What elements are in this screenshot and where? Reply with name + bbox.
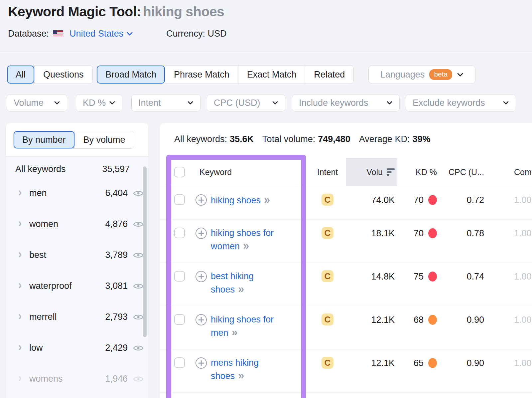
- keyword-link[interactable]: best hiking shoes: [211, 271, 254, 295]
- group-label: women: [29, 219, 82, 229]
- group-item-best[interactable]: › best 3,789: [6, 240, 148, 271]
- kd-filter-label: KD %: [83, 98, 106, 108]
- chevron-right-icon[interactable]: ›: [18, 220, 22, 227]
- eye-icon[interactable]: [133, 190, 144, 197]
- keyword-link[interactable]: mens hiking shoes: [211, 358, 259, 381]
- table-body: hiking shoes» C 74.0K 70 0.72 1.00 hikin…: [160, 186, 532, 398]
- chevron-right-icon[interactable]: ›: [18, 313, 22, 319]
- tab-all[interactable]: All: [7, 66, 34, 84]
- eye-icon[interactable]: [133, 221, 144, 228]
- open-keyword-icon[interactable]: »: [264, 193, 270, 206]
- table-row: hiking shoes for men» C 12.1K 68 0.90 1.…: [160, 306, 532, 349]
- row-checkbox[interactable]: [174, 357, 185, 368]
- exclude-keywords-label: Exclude keywords: [413, 98, 485, 108]
- chevron-right-icon[interactable]: ›: [18, 375, 22, 381]
- volume-value: 74.0K: [346, 186, 397, 219]
- chevron-down-icon: [503, 101, 509, 105]
- add-to-list-icon[interactable]: [196, 314, 207, 325]
- competition-value: 1.00: [486, 349, 532, 392]
- eye-icon[interactable]: [133, 313, 144, 321]
- database-selector[interactable]: United States: [53, 29, 133, 39]
- table-row: hiking shoes for women» C 18.1K 70 0.78 …: [160, 220, 532, 263]
- kd-filter-dropdown[interactable]: KD %: [76, 94, 122, 111]
- row-checkbox[interactable]: [174, 314, 185, 325]
- tab-phrase-match[interactable]: Phrase Match: [165, 66, 238, 84]
- row-checkbox[interactable]: [174, 194, 185, 205]
- languages-label: Languages: [380, 70, 425, 80]
- sidebar-sort-toggle: By number By volume: [13, 131, 134, 149]
- open-keyword-icon[interactable]: »: [232, 326, 238, 338]
- open-keyword-icon[interactable]: »: [238, 283, 244, 295]
- keyword-column-header[interactable]: Keyword: [200, 167, 232, 177]
- eye-icon[interactable]: [133, 252, 144, 259]
- kd-value: 70: [397, 186, 439, 219]
- kd-dot: [428, 358, 437, 368]
- keyword-link[interactable]: hiking shoes for women: [211, 228, 274, 251]
- tab-questions[interactable]: Questions: [34, 66, 92, 84]
- eye-icon[interactable]: [133, 344, 144, 352]
- cpc-filter-dropdown[interactable]: CPC (USD): [207, 94, 285, 111]
- volume-column-header[interactable]: Volu: [346, 158, 397, 186]
- page-title-label: Keyword Magic Tool:: [8, 4, 141, 19]
- select-all-checkbox[interactable]: [174, 167, 185, 177]
- row-checkbox[interactable]: [174, 228, 185, 238]
- exclude-keywords-filter-dropdown[interactable]: Exclude keywords: [406, 94, 516, 111]
- chevron-right-icon[interactable]: ›: [18, 282, 22, 289]
- intent-column-header[interactable]: Intent: [309, 158, 346, 186]
- intent-badge: C: [322, 313, 333, 325]
- group-item-waterproof[interactable]: › waterproof 3,081: [6, 271, 148, 301]
- group-label: waterproof: [29, 281, 82, 291]
- chevron-right-icon[interactable]: ›: [18, 251, 22, 258]
- row-checkbox[interactable]: [174, 271, 185, 282]
- intent-filter-label: Intent: [138, 98, 161, 108]
- open-keyword-icon[interactable]: »: [243, 239, 249, 252]
- kd-column-header[interactable]: KD %: [397, 158, 439, 186]
- keyword-link[interactable]: hiking shoes: [211, 195, 261, 205]
- include-keywords-filter-dropdown[interactable]: Include keywords: [292, 94, 400, 111]
- all-keywords-row[interactable]: All keywords 35,597: [6, 157, 148, 178]
- open-keyword-icon[interactable]: »: [238, 369, 244, 381]
- summary-stats-bar: All keywords:35.6K Total volume:749,480 …: [174, 134, 430, 144]
- kd-value: 68: [397, 306, 439, 349]
- eye-icon[interactable]: [133, 283, 144, 290]
- competition-column-header[interactable]: Com: [486, 158, 532, 186]
- page-title-query: hiking shoes: [143, 4, 224, 19]
- add-to-list-icon[interactable]: [196, 228, 207, 239]
- volume-filter-label: Volume: [14, 98, 44, 108]
- volume-filter-dropdown[interactable]: Volume: [7, 94, 67, 111]
- partial-next-row: [160, 393, 532, 398]
- all-keywords-label: All keywords: [15, 164, 66, 174]
- cpc-column-header[interactable]: CPC (U...: [439, 158, 486, 186]
- keywords-table-card: All keywords:35.6K Total volume:749,480 …: [160, 123, 532, 398]
- add-to-list-icon[interactable]: [196, 194, 207, 206]
- chevron-down-icon: [54, 101, 60, 105]
- currency-label: Currency: USD: [166, 29, 227, 39]
- cpc-value: 0.90: [439, 349, 486, 392]
- page-header: Keyword Magic Tool:hiking shoes: [8, 4, 224, 20]
- group-item-womens[interactable]: › womens 1,946: [6, 363, 148, 394]
- kd-value: 75: [397, 263, 439, 306]
- add-to-list-icon[interactable]: [196, 271, 207, 282]
- stat-average-kd: Average KD:39%: [359, 134, 431, 144]
- group-item-low[interactable]: › low 2,429: [6, 332, 148, 363]
- chevron-right-icon[interactable]: ›: [18, 344, 22, 350]
- intent-filter-dropdown[interactable]: Intent: [131, 94, 200, 111]
- chevron-right-icon[interactable]: ›: [18, 189, 22, 196]
- group-label: womens: [29, 374, 82, 384]
- tab-exact-match[interactable]: Exact Match: [238, 66, 305, 84]
- add-to-list-icon[interactable]: [196, 357, 207, 369]
- keyword-link[interactable]: hiking shoes for men: [211, 314, 274, 338]
- group-item-merrell[interactable]: › merrell 2,793: [6, 301, 148, 332]
- by-volume-toggle[interactable]: By volume: [74, 131, 134, 148]
- tab-broad-match[interactable]: Broad Match: [97, 66, 165, 84]
- by-number-toggle[interactable]: By number: [14, 131, 74, 148]
- eye-icon[interactable]: [133, 375, 144, 383]
- languages-dropdown[interactable]: Languages beta: [368, 65, 475, 84]
- group-item-women[interactable]: › women 4,876: [6, 209, 148, 240]
- group-item-men[interactable]: › men 6,404: [6, 178, 148, 209]
- sidebar-scrollbar[interactable]: [143, 166, 147, 337]
- competition-value: 1.00: [486, 186, 532, 219]
- group-label: best: [29, 250, 82, 260]
- us-flag-icon: [53, 30, 63, 37]
- tab-related[interactable]: Related: [305, 66, 353, 84]
